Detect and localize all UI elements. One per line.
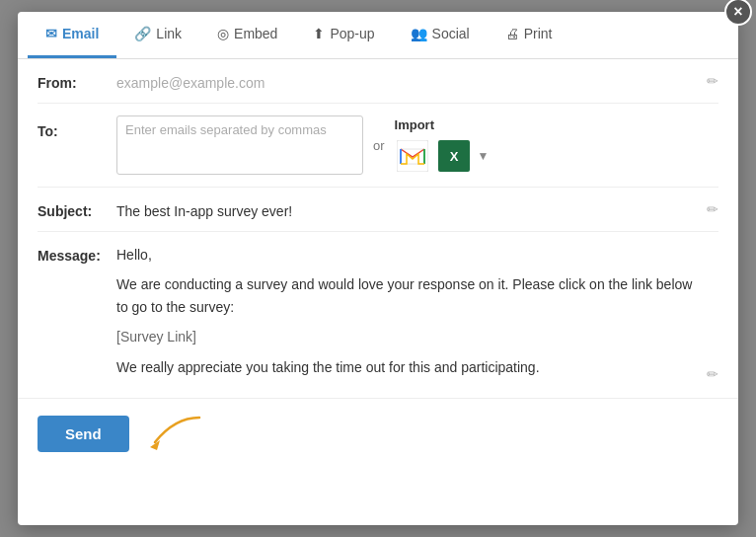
tab-link[interactable]: 🔗 Link <box>116 12 199 58</box>
excel-import-button[interactable]: X <box>436 138 472 174</box>
or-text: or <box>373 138 385 153</box>
message-label: Message: <box>38 244 116 264</box>
to-label: To: <box>38 115 116 139</box>
to-content: or Import <box>116 115 718 175</box>
message-line-2: We are conducting a survey and would lov… <box>116 273 699 318</box>
modal-overlay: × ✉ Email 🔗 Link ◎ Embed ⬆ Pop-up 👥 Soci… <box>0 0 756 537</box>
from-label: From: <box>38 71 116 91</box>
from-row: From: example@example.com ✏ <box>38 59 718 104</box>
import-icons: X ▼ <box>395 138 490 174</box>
print-tab-icon: 🖨 <box>505 26 519 41</box>
message-survey-link: [Survey Link] <box>116 326 699 347</box>
email-input[interactable] <box>116 115 363 175</box>
gmail-import-button[interactable] <box>395 138 430 174</box>
email-tab-icon: ✉ <box>45 26 57 41</box>
message-content: Hello, We are conducting a survey and wo… <box>116 244 699 386</box>
tab-social-label: Social <box>432 26 470 41</box>
link-tab-icon: 🔗 <box>134 26 151 41</box>
subject-label: Subject: <box>38 199 116 219</box>
tab-link-label: Link <box>156 26 182 41</box>
import-section: Import <box>395 117 490 174</box>
message-line-1: Hello, <box>116 244 699 266</box>
tab-embed-label: Embed <box>234 26 277 41</box>
popup-tab-icon: ⬆ <box>313 26 325 41</box>
tab-popup[interactable]: ⬆ Pop-up <box>295 12 392 58</box>
import-label: Import <box>395 117 434 132</box>
subject-edit-icon[interactable]: ✏ <box>707 199 718 217</box>
from-value: example@example.com <box>116 71 699 91</box>
modal: × ✉ Email 🔗 Link ◎ Embed ⬆ Pop-up 👥 Soci… <box>18 12 738 525</box>
close-button[interactable]: × <box>724 0 752 26</box>
tab-social[interactable]: 👥 Social <box>393 12 488 58</box>
footer: Send <box>18 398 738 470</box>
tab-print-label: Print <box>524 26 553 41</box>
to-row: To: or Import <box>38 104 718 188</box>
tab-print[interactable]: 🖨 Print <box>488 12 570 58</box>
subject-row: Subject: The best In-app survey ever! ✏ <box>38 188 718 232</box>
embed-tab-icon: ◎ <box>217 26 229 41</box>
message-line-4: We really appreciate you taking the time… <box>116 356 699 378</box>
import-dropdown-arrow[interactable]: ▼ <box>478 149 490 163</box>
tab-popup-label: Pop-up <box>330 26 374 41</box>
subject-value: The best In-app survey ever! <box>116 199 699 219</box>
send-button[interactable]: Send <box>38 416 129 452</box>
message-row: Message: Hello, We are conducting a surv… <box>38 232 718 398</box>
from-edit-icon[interactable]: ✏ <box>707 71 718 89</box>
tab-bar: ✉ Email 🔗 Link ◎ Embed ⬆ Pop-up 👥 Social… <box>18 12 738 59</box>
message-edit-icon[interactable]: ✏ <box>707 364 718 386</box>
tab-email[interactable]: ✉ Email <box>28 12 116 58</box>
social-tab-icon: 👥 <box>411 26 427 41</box>
arrow-indicator <box>145 413 204 456</box>
svg-text:X: X <box>449 148 458 163</box>
form-section: From: example@example.com ✏ To: or Impor… <box>18 59 738 398</box>
tab-email-label: Email <box>62 26 99 41</box>
tab-embed[interactable]: ◎ Embed <box>199 12 295 58</box>
